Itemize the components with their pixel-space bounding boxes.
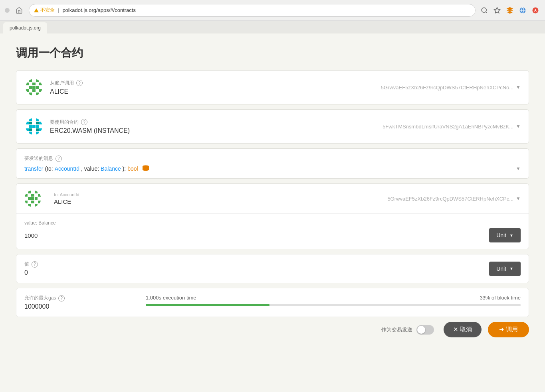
value-content: 值 ? bbox=[24, 261, 484, 276]
value-balance-row: value: Balance Unit ▼ bbox=[16, 214, 529, 249]
contract-avatar bbox=[24, 117, 44, 136]
value-unit-label: Unit bbox=[496, 266, 506, 272]
warning-icon bbox=[34, 8, 39, 12]
contract-help[interactable]: ? bbox=[81, 119, 87, 125]
progress-bar-container bbox=[146, 304, 521, 306]
params-area: to: AccountId ALICE 5GrwvaEF5zXb26Fz9rcQ… bbox=[16, 183, 529, 249]
extension-icon-2[interactable] bbox=[518, 6, 527, 15]
message-value: transfer (to: AccountId , value: Balance… bbox=[24, 165, 521, 172]
extension-icon-3[interactable]: A bbox=[531, 6, 540, 15]
contract-label: 要使用的合约 ? bbox=[50, 119, 382, 126]
block-time-pct: 33% of block time bbox=[480, 295, 521, 301]
contract-dropdown-arrow[interactable]: ▼ bbox=[516, 124, 521, 129]
to-accountid-content: to: AccountId ALICE bbox=[54, 192, 79, 205]
contract-card: 要使用的合约 ? ERC20.WASM (INSTANCE) 5FwkTMSns… bbox=[16, 109, 529, 144]
value-balance-input-row: Unit ▼ bbox=[24, 228, 521, 242]
type2: Balance bbox=[101, 165, 121, 172]
value-input[interactable] bbox=[24, 269, 104, 276]
from-account-dropdown-arrow[interactable]: ▼ bbox=[516, 85, 521, 90]
main-content: 调用一个合约 bbox=[0, 33, 545, 349]
value-balance-input[interactable] bbox=[24, 232, 484, 239]
params-open: (to: bbox=[45, 165, 53, 172]
svg-point-13 bbox=[143, 169, 149, 171]
toggle-knob bbox=[417, 326, 425, 334]
to-accountid-value: ALICE bbox=[54, 198, 79, 205]
value-balance-label: value: Balance bbox=[24, 220, 521, 226]
contract-row: 要使用的合约 ? ERC20.WASM (INSTANCE) 5FwkTMSns… bbox=[16, 110, 529, 143]
tab-label: polkadot.js.org bbox=[10, 25, 41, 31]
comma: , value: bbox=[81, 165, 99, 172]
send-toggle[interactable] bbox=[416, 325, 434, 335]
execution-time-label: 1.000s execution time bbox=[146, 295, 196, 301]
paren: ): bbox=[123, 165, 126, 172]
gas-right: 1.000s execution time 33% of block time bbox=[146, 295, 521, 306]
message-help[interactable]: ? bbox=[55, 156, 62, 162]
home-button[interactable] bbox=[14, 5, 25, 16]
tab-bar: polkadot.js.org bbox=[0, 21, 545, 33]
alice-identicon bbox=[26, 79, 42, 96]
security-warning: 不安全 bbox=[34, 7, 55, 14]
gas-input[interactable] bbox=[24, 303, 104, 310]
from-account-address: 5GrwvaEF5zXb26Fz9rcQpDWS57CtERHpNehXCPcN… bbox=[381, 85, 521, 91]
svg-point-0 bbox=[482, 8, 486, 12]
value-unit-chevron: ▼ bbox=[509, 266, 513, 271]
svg-text:A: A bbox=[534, 8, 537, 12]
browser-chrome: 不安全 | polkadot.js.org/apps/#/contracts bbox=[0, 0, 545, 21]
message-dropdown-arrow[interactable]: ▼ bbox=[516, 166, 521, 171]
contract-identicon bbox=[26, 118, 42, 135]
gas-left: 允许的最大gas ? bbox=[24, 295, 136, 310]
security-text: 不安全 bbox=[40, 7, 55, 14]
alice-avatar bbox=[24, 78, 44, 97]
invoke-label: ➜ 调用 bbox=[499, 326, 518, 333]
from-account-row: 从账户调用 ? ALICE 5GrwvaEF5zXb26Fz9rcQpDWS57… bbox=[16, 71, 529, 104]
invoke-button[interactable]: ➜ 调用 bbox=[488, 322, 529, 337]
value-balance-unit-button[interactable]: Unit ▼ bbox=[489, 228, 521, 242]
send-label: 作为交易发送 bbox=[381, 326, 412, 333]
gas-section: 允许的最大gas ? 1.000s execution time 33% of … bbox=[16, 288, 529, 317]
to-accountid-dropdown[interactable]: ▼ bbox=[516, 196, 521, 201]
from-account-value: ALICE bbox=[50, 88, 381, 95]
db-icon bbox=[142, 165, 149, 172]
svg-marker-2 bbox=[494, 7, 500, 13]
value-balance-unit-label: Unit bbox=[496, 232, 506, 238]
value-section: 值 ? Unit ▼ bbox=[16, 254, 529, 283]
contract-content: 要使用的合约 ? ERC20.WASM (INSTANCE) bbox=[50, 119, 382, 134]
browser-dot-1 bbox=[5, 8, 10, 13]
value-unit-button[interactable]: Unit ▼ bbox=[489, 262, 521, 276]
transfer-keyword: transfer bbox=[24, 165, 43, 172]
execution-time-row: 1.000s execution time 33% of block time bbox=[146, 295, 521, 301]
page-title: 调用一个合约 bbox=[16, 45, 529, 61]
contract-value: ERC20.WASM (INSTANCE) bbox=[50, 127, 382, 134]
address-bar[interactable]: 不安全 | polkadot.js.org/apps/#/contracts bbox=[29, 4, 476, 17]
from-account-label: 从账户调用 ? bbox=[50, 80, 381, 87]
cancel-button[interactable]: ✕ 取消 bbox=[444, 322, 482, 337]
from-account-content: 从账户调用 ? ALICE bbox=[50, 80, 381, 95]
gas-help[interactable]: ? bbox=[58, 295, 65, 301]
send-toggle-row: 作为交易发送 bbox=[381, 325, 434, 335]
type1: AccountId bbox=[55, 165, 79, 172]
star-icon[interactable] bbox=[492, 6, 502, 15]
message-card: 要发送的消息 ? transfer (to: AccountId , value… bbox=[16, 148, 529, 179]
cancel-label: ✕ 取消 bbox=[453, 326, 472, 333]
bottom-actions: 作为交易发送 ✕ 取消 ➜ 调用 bbox=[16, 322, 529, 337]
svg-line-1 bbox=[486, 12, 487, 13]
return-type: bool bbox=[127, 165, 138, 172]
gas-label: 允许的最大gas ? bbox=[24, 295, 136, 301]
value-balance-unit-chevron: ▼ bbox=[509, 233, 513, 238]
from-account-card: 从账户调用 ? ALICE 5GrwvaEF5zXb26Fz9rcQpDWS57… bbox=[16, 70, 529, 104]
from-account-help[interactable]: ? bbox=[76, 80, 83, 86]
value-help[interactable]: ? bbox=[32, 261, 38, 268]
browser-action-icons: A bbox=[480, 6, 540, 15]
to-accountid-address: 5GrwvaEF5zXb26Fz9rcQpDWS57CtERHpNehXCPc.… bbox=[387, 196, 521, 202]
contract-address: 5FwkTMSnsmbdLmsifUraVNS2gA1aEhNBPyzcMvBz… bbox=[382, 124, 521, 130]
extension-icon-1[interactable] bbox=[505, 6, 515, 15]
progress-bar-fill bbox=[146, 304, 270, 306]
url-text: polkadot.js.org/apps/#/contracts bbox=[62, 7, 136, 13]
value-label: 值 ? bbox=[24, 261, 484, 268]
search-icon[interactable] bbox=[480, 6, 489, 15]
to-alice-avatar bbox=[24, 190, 41, 207]
to-alice-identicon bbox=[24, 190, 41, 207]
active-tab[interactable]: polkadot.js.org bbox=[3, 22, 47, 33]
browser-controls bbox=[5, 8, 10, 13]
to-accountid-row: to: AccountId ALICE 5GrwvaEF5zXb26Fz9rcQ… bbox=[16, 184, 529, 214]
